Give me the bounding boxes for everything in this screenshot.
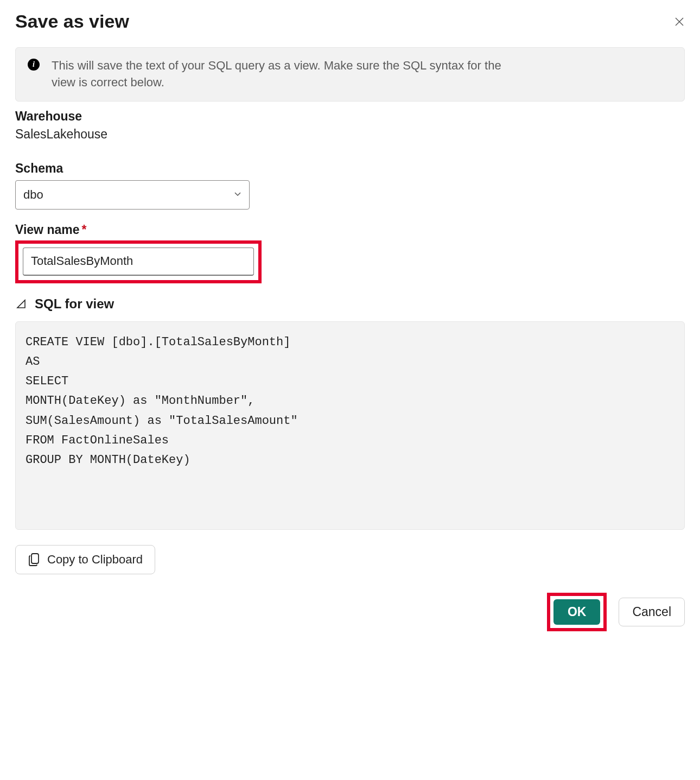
sql-heading: SQL for view (35, 296, 114, 312)
svg-marker-2 (17, 300, 25, 308)
warehouse-value: SalesLakehouse (15, 127, 685, 142)
view-name-highlight (15, 240, 262, 283)
schema-select[interactable]: dbo (15, 180, 250, 210)
close-icon[interactable] (674, 16, 685, 27)
triangle-icon (15, 298, 27, 310)
info-icon: i (28, 59, 40, 71)
required-mark: * (81, 223, 86, 237)
copy-icon (28, 552, 41, 567)
view-name-label: View name* (15, 223, 685, 237)
copy-to-clipboard-button[interactable]: Copy to Clipboard (15, 545, 155, 574)
copy-button-label: Copy to Clipboard (47, 553, 143, 567)
ok-button-highlight: OK (547, 593, 607, 631)
ok-button[interactable]: OK (553, 599, 601, 625)
svg-rect-3 (31, 554, 39, 563)
dialog-title: Save as view (15, 11, 129, 32)
info-text: This will save the text of your SQL quer… (52, 58, 507, 91)
sql-code-box: CREATE VIEW [dbo].[TotalSalesByMonth] AS… (15, 321, 685, 530)
schema-label: Schema (15, 161, 685, 176)
view-name-label-text: View name (15, 223, 79, 237)
warehouse-label: Warehouse (15, 109, 685, 124)
info-banner: i This will save the text of your SQL qu… (15, 47, 685, 102)
view-name-input[interactable] (23, 248, 254, 276)
cancel-button[interactable]: Cancel (619, 598, 685, 626)
